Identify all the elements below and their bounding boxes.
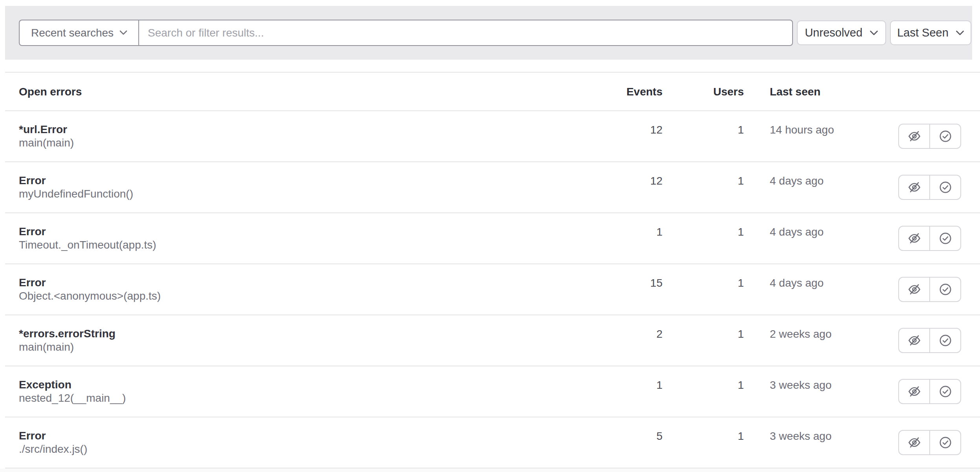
check-circle-icon [939,334,952,347]
check-circle-icon [939,436,952,449]
last-seen-value: 4 days ago [770,277,824,289]
eye-slash-icon [908,436,921,449]
error-culprit: myUndefinedFunction() [19,187,133,201]
resolve-button[interactable] [929,124,960,148]
error-culprit: Timeout._onTimeout(app.ts) [19,238,156,252]
eye-slash-icon [908,385,921,398]
resolve-button[interactable] [929,329,960,352]
last-seen-value: 3 weeks ago [770,430,831,443]
eye-slash-icon [908,334,921,347]
users-count: 1 [665,328,744,340]
recent-searches-dropdown[interactable]: Recent searches [19,20,138,46]
check-circle-icon [939,130,952,143]
bottom-edge [0,468,980,472]
error-title[interactable]: *errors.errorString [19,327,116,340]
error-link[interactable]: *url.Error main(main) [19,123,74,150]
eye-slash-icon [908,232,921,245]
chevron-down-icon [956,30,964,36]
eye-slash-icon [908,283,921,296]
column-header-users: Users [665,86,744,98]
row-action-group [898,226,961,251]
chevron-down-icon [119,30,127,35]
error-table-body: *url.Error main(main) 12 1 14 hours ago [5,111,980,468]
users-count: 1 [665,175,744,187]
error-row[interactable]: Error ./src/index.js() 5 1 3 weeks ago [5,417,980,468]
events-count: 15 [584,277,663,289]
error-link[interactable]: Error Object.<anonymous>(app.ts) [19,276,161,303]
users-count: 1 [665,379,744,392]
check-circle-icon [939,385,952,398]
check-circle-icon [939,181,952,194]
last-seen-value: 2 weeks ago [770,328,831,340]
error-title[interactable]: Error [19,276,161,289]
error-title[interactable]: Error [19,174,133,187]
users-count: 1 [665,226,744,238]
error-title[interactable]: *url.Error [19,123,74,136]
ignore-button[interactable] [899,329,929,352]
events-count: 1 [584,226,663,238]
error-link[interactable]: Error Timeout._onTimeout(app.ts) [19,225,156,252]
error-link[interactable]: Exception nested_12(__main__) [19,378,126,405]
ignore-button[interactable] [899,431,929,454]
users-count: 1 [665,277,744,289]
error-culprit: Object.<anonymous>(app.ts) [19,289,161,303]
users-count: 1 [665,124,744,136]
error-row[interactable]: Error Object.<anonymous>(app.ts) 15 1 4 … [5,264,980,315]
chevron-down-icon [870,30,878,36]
column-header-events: Events [584,86,663,98]
resolve-button[interactable] [929,278,960,301]
error-row[interactable]: Error myUndefinedFunction() 12 1 4 days … [5,162,980,213]
ignore-button[interactable] [899,176,929,199]
error-row[interactable]: Exception nested_12(__main__) 1 1 3 week… [5,366,980,417]
error-culprit: main(main) [19,340,116,354]
filter-bar: Recent searches Unresolved Last Seen [5,6,972,60]
sort-label: Last Seen [897,26,949,39]
last-seen-value: 4 days ago [770,175,824,187]
table-header: Open errors Events Users Last seen [5,72,980,111]
users-count: 1 [665,430,744,443]
eye-slash-icon [908,181,921,194]
events-count: 5 [584,430,663,443]
ignore-button[interactable] [899,380,929,403]
error-title[interactable]: Error [19,429,87,443]
error-culprit: nested_12(__main__) [19,392,126,405]
recent-searches-label: Recent searches [31,27,114,39]
error-row[interactable]: *url.Error main(main) 12 1 14 hours ago [5,111,980,162]
error-title[interactable]: Error [19,225,156,238]
column-header-last-seen: Last seen [770,86,820,98]
error-row[interactable]: *errors.errorString main(main) 2 1 2 wee… [5,315,980,366]
error-link[interactable]: Error myUndefinedFunction() [19,174,133,201]
resolve-button[interactable] [929,380,960,403]
row-action-group [898,430,961,455]
ignore-button[interactable] [899,124,929,148]
open-errors-table: Open errors Events Users Last seen *url.… [5,72,980,468]
ignore-button[interactable] [899,227,929,250]
last-seen-value: 14 hours ago [770,124,834,136]
search-input[interactable] [138,20,793,46]
error-link[interactable]: Error ./src/index.js() [19,429,87,456]
error-culprit: ./src/index.js() [19,443,87,456]
sort-dropdown[interactable]: Last Seen [890,20,971,45]
error-link[interactable]: *errors.errorString main(main) [19,327,116,354]
row-action-group [898,328,961,353]
row-action-group [898,379,961,404]
error-title[interactable]: Exception [19,378,126,392]
status-filter-dropdown[interactable]: Unresolved [797,20,886,45]
check-circle-icon [939,232,952,245]
ignore-button[interactable] [899,278,929,301]
resolve-button[interactable] [929,431,960,454]
last-seen-value: 4 days ago [770,226,824,238]
resolve-button[interactable] [929,227,960,250]
search-group: Recent searches [19,20,793,46]
events-count: 12 [584,175,663,187]
row-action-group [898,124,961,149]
status-filter-label: Unresolved [805,26,863,39]
last-seen-value: 3 weeks ago [770,379,831,392]
error-culprit: main(main) [19,136,74,150]
check-circle-icon [939,283,952,296]
events-count: 1 [584,379,663,392]
events-count: 12 [584,124,663,136]
resolve-button[interactable] [929,176,960,199]
error-row[interactable]: Error Timeout._onTimeout(app.ts) 1 1 4 d… [5,213,980,264]
row-action-group [898,175,961,200]
